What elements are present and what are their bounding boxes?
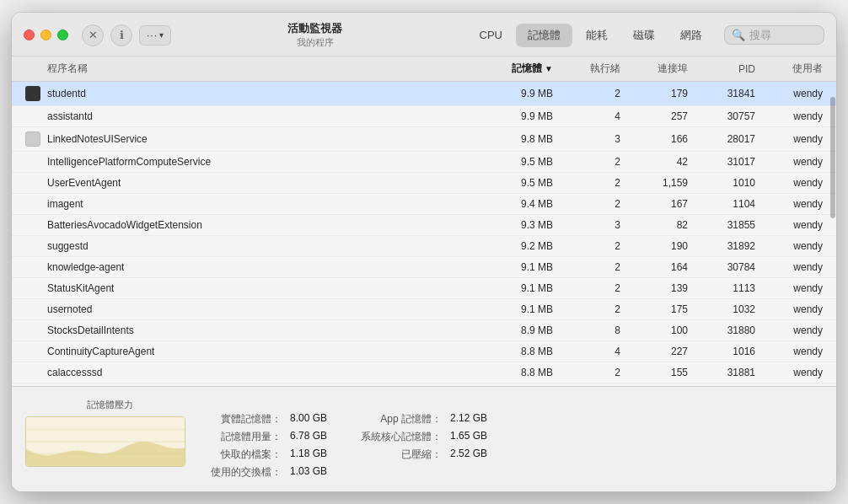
table-row[interactable]: studentd 9.9 MB 2 179 31841 wendy <box>12 82 836 106</box>
table-row[interactable]: imagent 9.4 MB 2 167 1104 wendy <box>12 194 836 215</box>
table-row[interactable]: StatusKitAgent 9.1 MB 2 139 1113 wendy <box>12 278 836 299</box>
window-subtitle: 我的程序 <box>297 36 334 49</box>
td-threads: 2 <box>556 362 624 383</box>
stat-label: 已壓縮： <box>361 448 442 462</box>
td-pid: 1032 <box>691 299 759 319</box>
app-name: imagent <box>47 198 83 210</box>
close-button[interactable] <box>24 29 35 40</box>
table-header: 程序名稱 記憶體 ▼ 執行緒 連接埠 PID 使用者 <box>12 56 836 82</box>
bottom-panel: 記憶體壓力 實體記憶體：8.00 GB記憶體用量：6.78 GB快取的檔案：1.… <box>12 386 836 491</box>
td-ports: 227 <box>624 341 691 362</box>
app-name: StatusKitAgent <box>47 282 114 294</box>
titlebar: ✕ ℹ ··· ▾ 活動監視器 我的程序 CPU 記憶體 能耗 磁碟 網路 🔍 <box>12 13 836 56</box>
td-ports: 175 <box>624 299 691 319</box>
table-row[interactable]: UserEventAgent 9.5 MB 2 1,159 1010 wendy <box>12 173 836 194</box>
td-name: StocksDetailIntents <box>22 320 464 340</box>
table-row[interactable]: usernoted 9.1 MB 2 175 1032 wendy <box>12 299 836 320</box>
th-memory[interactable]: 記憶體 ▼ <box>464 56 556 81</box>
table-row[interactable]: IntelligencePlatformComputeService 9.5 M… <box>12 152 836 173</box>
td-ports: 166 <box>624 129 691 149</box>
th-threads[interactable]: 執行緒 <box>556 56 624 81</box>
table-row[interactable]: StocksDetailIntents 8.9 MB 8 100 31880 w… <box>12 320 836 341</box>
td-threads: 2 <box>556 299 624 319</box>
td-threads: 2 <box>556 236 624 256</box>
td-user: wendy <box>759 194 826 214</box>
stat-value: 1.65 GB <box>450 430 487 444</box>
th-pid[interactable]: PID <box>691 56 759 81</box>
td-user: wendy <box>759 129 826 149</box>
tab-energy[interactable]: 能耗 <box>574 24 620 47</box>
stat-label: App 記憶體： <box>361 412 442 426</box>
table-row[interactable]: suggestd 9.2 MB 2 190 31892 wendy <box>12 236 836 257</box>
search-icon: 🔍 <box>732 29 745 41</box>
td-name: ContinuityCaptureAgent <box>22 341 464 362</box>
td-pid: 1104 <box>691 194 759 214</box>
tab-cpu[interactable]: CPU <box>468 24 514 46</box>
tab-disk[interactable]: 磁碟 <box>621 24 667 47</box>
td-ports: 190 <box>624 236 691 256</box>
td-memory: 9.1 MB <box>464 257 556 277</box>
td-threads: 2 <box>556 194 624 214</box>
td-name: usernoted <box>22 299 464 319</box>
stat-value: 2.52 GB <box>450 448 487 462</box>
app-icon <box>25 86 40 101</box>
td-memory: 9.5 MB <box>464 152 556 172</box>
table-body[interactable]: studentd 9.9 MB 2 179 31841 wendy assist… <box>12 82 836 386</box>
td-memory: 9.2 MB <box>464 236 556 256</box>
title-block: 活動監視器 我的程序 <box>180 21 451 49</box>
td-user: wendy <box>759 236 826 256</box>
stat-value: 2.12 GB <box>450 412 487 426</box>
activity-monitor-window: ✕ ℹ ··· ▾ 活動監視器 我的程序 CPU 記憶體 能耗 磁碟 網路 🔍 <box>11 12 837 492</box>
more-button[interactable]: ··· ▾ <box>139 25 171 46</box>
th-user[interactable]: 使用者 <box>759 56 826 81</box>
td-threads: 2 <box>556 83 624 104</box>
table-row[interactable]: assistantd 9.9 MB 4 257 30757 wendy <box>12 106 836 127</box>
zoom-button[interactable] <box>57 29 68 40</box>
td-user: wendy <box>759 83 826 104</box>
td-memory: 9.1 MB <box>464 278 556 298</box>
td-user: wendy <box>759 278 826 298</box>
stop-button[interactable]: ✕ <box>82 24 104 46</box>
table-row[interactable]: knowledge-agent 9.1 MB 2 164 30784 wendy <box>12 257 836 278</box>
td-ports: 164 <box>624 257 691 277</box>
td-threads: 2 <box>556 257 624 277</box>
th-ports[interactable]: 連接埠 <box>624 56 691 81</box>
th-name[interactable]: 程序名稱 <box>22 56 464 81</box>
window-title: 活動監視器 <box>287 21 342 36</box>
table-row[interactable]: ... ... ... ... ... wendy <box>12 383 836 386</box>
app-name: UserEventAgent <box>47 177 121 189</box>
pressure-chart <box>25 416 185 467</box>
td-name: LinkedNotesUIService <box>22 127 464 151</box>
td-pid: 31880 <box>691 320 759 340</box>
td-user: wendy <box>759 383 826 386</box>
table-row[interactable]: calaccesssd 8.8 MB 2 155 31881 wendy <box>12 362 836 383</box>
td-threads: 8 <box>556 320 624 340</box>
tab-network[interactable]: 網路 <box>668 24 714 47</box>
td-ports: 1,159 <box>624 173 691 193</box>
stat-value: 8.00 GB <box>290 412 327 426</box>
td-ports: 167 <box>624 194 691 214</box>
app-icon <box>25 131 40 147</box>
info-button[interactable]: ℹ <box>110 24 132 46</box>
td-name: studentd <box>22 82 464 105</box>
minimize-button[interactable] <box>40 29 51 40</box>
td-name: BatteriesAvocadoWidgetExtension <box>22 215 464 235</box>
td-threads: 4 <box>556 341 624 362</box>
td-memory: 9.5 MB <box>464 173 556 193</box>
td-memory: 8.8 MB <box>464 362 556 383</box>
table-row[interactable]: LinkedNotesUIService 9.8 MB 3 166 28017 … <box>12 127 836 152</box>
stat-label: 使用的交換檔： <box>211 465 282 480</box>
app-name: StocksDetailIntents <box>47 324 134 336</box>
search-input[interactable] <box>749 29 817 41</box>
table-row[interactable]: ContinuityCaptureAgent 8.8 MB 4 227 1016… <box>12 341 836 362</box>
table-row[interactable]: BatteriesAvocadoWidgetExtension 9.3 MB 3… <box>12 215 836 236</box>
stat-label: 記憶體用量： <box>211 430 282 444</box>
scrollbar-thumb[interactable] <box>830 97 835 218</box>
tab-memory[interactable]: 記憶體 <box>516 24 572 47</box>
td-memory: 9.4 MB <box>464 194 556 214</box>
search-box[interactable]: 🔍 <box>724 25 824 45</box>
td-pid: 31881 <box>691 362 759 383</box>
app-name: LinkedNotesUIService <box>47 133 148 145</box>
td-name: UserEventAgent <box>22 173 464 193</box>
scrollbar-track[interactable] <box>829 82 836 386</box>
